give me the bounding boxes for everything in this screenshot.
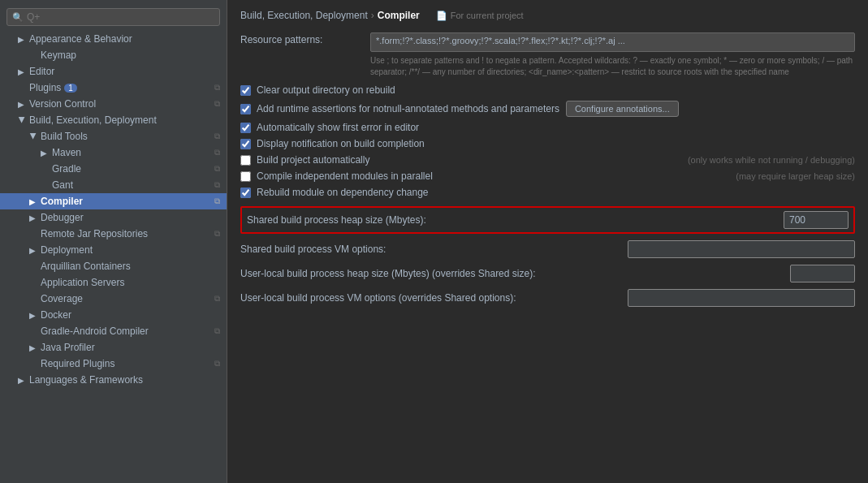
sidebar-item-gradle[interactable]: Gradle ⧉ xyxy=(0,161,227,177)
sidebar-item-label: Java Profiler xyxy=(41,342,95,353)
sidebar-item-label: Editor xyxy=(29,66,54,77)
sidebar-item-app-servers[interactable]: Application Servers xyxy=(0,274,227,291)
rebuild-module-checkbox[interactable] xyxy=(240,188,251,198)
resource-patterns-help: Use ; to separate patterns and ! to nega… xyxy=(370,55,855,78)
sidebar-item-label: Debugger xyxy=(41,212,84,223)
resource-patterns-row: Resource patterns: *.form;!?*.class;!?*.… xyxy=(240,32,855,78)
sidebar: 🔍 ▶ Appearance & Behavior Keymap ▶ Edito… xyxy=(0,0,227,483)
sidebar-item-docker[interactable]: ▶ Docker xyxy=(0,307,227,323)
compile-parallel-side: (may require larger heap size) xyxy=(736,171,855,181)
sidebar-item-deployment[interactable]: ▶ Deployment xyxy=(0,242,227,258)
copy-icon: ⧉ xyxy=(214,99,220,109)
copy-icon: ⧉ xyxy=(214,180,220,190)
show-first-error-checkbox[interactable] xyxy=(240,123,251,133)
build-auto-side: (only works while not running / debuggin… xyxy=(688,155,855,165)
chevron-right-icon: ▶ xyxy=(29,197,37,206)
copy-icon: ⧉ xyxy=(214,148,220,157)
breadcrumb-for-project: 📄For current project xyxy=(436,11,524,21)
sidebar-item-label: Keymap xyxy=(41,50,76,61)
user-heap-label: User-local build process heap size (Mbyt… xyxy=(240,268,790,279)
chevron-down-icon: ▶ xyxy=(18,116,27,124)
user-vm-row: User-local build process VM options (ove… xyxy=(240,289,855,307)
sidebar-item-label: Arquillian Containers xyxy=(41,261,131,272)
sidebar-item-required-plugins[interactable]: Required Plugins ⧉ xyxy=(0,356,227,372)
shared-heap-row: Shared build process heap size (Mbytes): xyxy=(240,206,855,234)
sidebar-item-label: Coverage xyxy=(41,293,83,304)
sidebar-item-keymap[interactable]: Keymap xyxy=(0,47,227,63)
shared-heap-label: Shared build process heap size (Mbytes): xyxy=(247,214,784,226)
configure-annotations-button[interactable]: Configure annotations... xyxy=(566,101,679,117)
sidebar-item-java-profiler[interactable]: ▶ Java Profiler xyxy=(0,339,227,356)
sidebar-item-label: Appearance & Behavior xyxy=(29,33,132,45)
sidebar-item-label: Build, Execution, Deployment xyxy=(29,114,157,126)
sidebar-item-label: Version Control xyxy=(29,98,96,110)
breadcrumb: Build, Execution, Deployment › Compiler … xyxy=(240,10,855,21)
checkbox-compile-parallel: Compile independent modules in parallel … xyxy=(240,170,855,182)
sidebar-item-label: Gradle xyxy=(52,163,81,175)
checkbox-rebuild-module: Rebuild module on dependency change xyxy=(240,187,855,198)
sidebar-item-maven[interactable]: ▶ Maven ⧉ xyxy=(0,144,227,161)
sidebar-item-label: Maven xyxy=(52,147,81,158)
copy-icon: ⧉ xyxy=(214,294,220,304)
rebuild-module-label: Rebuild module on dependency change xyxy=(257,187,429,198)
resource-patterns-label: Resource patterns: xyxy=(240,32,370,45)
resource-patterns-value[interactable]: *.form;!?*.class;!?*.groovy;!?*.scala;!?… xyxy=(370,32,855,52)
checkbox-clear-output: Clear output directory on rebuild xyxy=(240,84,855,96)
sidebar-item-arquillian[interactable]: Arquillian Containers xyxy=(0,258,227,274)
sidebar-item-compiler[interactable]: ▶ Compiler ⧉ xyxy=(0,193,227,209)
breadcrumb-separator: › xyxy=(371,10,374,21)
sidebar-item-build-execution[interactable]: ▶ Build, Execution, Deployment xyxy=(0,112,227,128)
copy-icon: ⧉ xyxy=(214,359,220,369)
runtime-assertions-label: Add runtime assertions for notnull-annot… xyxy=(257,103,559,114)
sidebar-item-debugger[interactable]: ▶ Debugger xyxy=(0,209,227,226)
sidebar-item-gant[interactable]: Gant ⧉ xyxy=(0,177,227,193)
copy-icon: ⧉ xyxy=(214,132,220,141)
sidebar-item-appearance[interactable]: ▶ Appearance & Behavior xyxy=(0,31,227,47)
sidebar-item-label: Compiler xyxy=(41,196,83,207)
plugins-badge: 1 xyxy=(64,84,77,93)
shared-heap-input[interactable] xyxy=(784,211,849,229)
heap-section: Shared build process heap size (Mbytes):… xyxy=(240,206,855,307)
sidebar-item-coverage[interactable]: Coverage ⧉ xyxy=(0,291,227,307)
user-heap-row: User-local build process heap size (Mbyt… xyxy=(240,265,855,282)
checkbox-show-first-error: Automatically show first error in editor xyxy=(240,122,855,133)
checkbox-notification-build: Display notification on build completion xyxy=(240,138,855,149)
sidebar-item-build-tools[interactable]: ▶ Build Tools ⧉ xyxy=(0,128,227,144)
sidebar-item-label: Gant xyxy=(52,179,73,191)
sidebar-item-label: Application Servers xyxy=(41,277,124,288)
sidebar-item-label: Gradle-Android Compiler xyxy=(41,326,149,337)
copy-icon: ⧉ xyxy=(214,83,220,93)
user-heap-input[interactable] xyxy=(790,265,855,282)
show-first-error-label: Automatically show first error in editor xyxy=(257,122,419,133)
sidebar-item-gradle-android[interactable]: Gradle-Android Compiler ⧉ xyxy=(0,323,227,339)
shared-vm-label: Shared build process VM options: xyxy=(240,244,628,255)
chevron-right-icon: ▶ xyxy=(18,376,26,385)
checkbox-runtime-assertions: Add runtime assertions for notnull-annot… xyxy=(240,101,855,117)
sidebar-item-remote-jar[interactable]: Remote Jar Repositories ⧉ xyxy=(0,226,227,242)
chevron-right-icon: ▶ xyxy=(29,311,37,320)
chevron-right-icon: ▶ xyxy=(18,67,26,76)
chevron-down-icon: ▶ xyxy=(29,132,38,140)
sidebar-item-label: Build Tools xyxy=(41,131,88,142)
sidebar-item-label: Languages & Frameworks xyxy=(29,374,143,386)
notification-build-checkbox[interactable] xyxy=(240,139,251,149)
compile-parallel-label: Compile independent modules in parallel xyxy=(257,170,433,182)
shared-vm-row: Shared build process VM options: xyxy=(240,240,855,258)
sidebar-item-editor[interactable]: ▶ Editor xyxy=(0,63,227,80)
build-auto-checkbox[interactable] xyxy=(240,155,251,166)
sidebar-item-plugins[interactable]: Plugins 1 ⧉ xyxy=(0,80,227,96)
shared-vm-input[interactable] xyxy=(628,240,855,258)
copy-icon: ⧉ xyxy=(214,164,220,174)
sidebar-item-languages[interactable]: ▶ Languages & Frameworks xyxy=(0,372,227,388)
user-vm-label: User-local build process VM options (ove… xyxy=(240,292,628,304)
breadcrumb-current: Compiler xyxy=(378,10,420,21)
sidebar-item-version-control[interactable]: ▶ Version Control ⧉ xyxy=(0,96,227,112)
compile-parallel-checkbox[interactable] xyxy=(240,171,251,182)
search-input[interactable] xyxy=(27,11,214,23)
chevron-right-icon: ▶ xyxy=(41,149,49,157)
sidebar-item-label: Remote Jar Repositories xyxy=(41,228,148,239)
user-vm-input[interactable] xyxy=(628,289,855,307)
runtime-assertions-checkbox[interactable] xyxy=(240,104,251,114)
search-bar[interactable]: 🔍 xyxy=(6,8,220,26)
clear-output-checkbox[interactable] xyxy=(240,85,251,96)
